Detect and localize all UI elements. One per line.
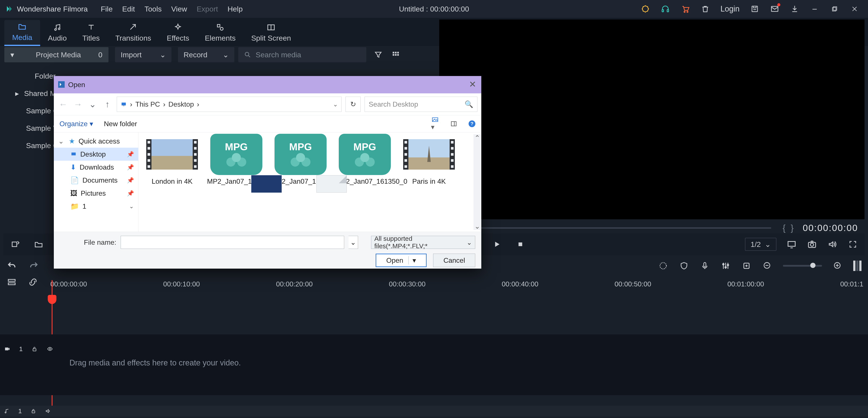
filter-icon[interactable] bbox=[373, 49, 384, 60]
cancel-button[interactable]: Cancel bbox=[433, 253, 475, 267]
mixer-icon[interactable] bbox=[720, 261, 731, 271]
address-bar[interactable]: › This PC › Desktop › ⌄ bbox=[117, 97, 342, 112]
file-item[interactable]: London in 4K bbox=[141, 134, 204, 185]
zoom-slider-knob[interactable] bbox=[810, 263, 815, 268]
zoom-fit-icon[interactable] bbox=[853, 261, 862, 271]
nav-back-icon[interactable]: ← bbox=[58, 99, 69, 109]
headset-icon[interactable] bbox=[660, 4, 670, 14]
tree-pictures[interactable]: 🖼Pictures📌 bbox=[54, 187, 138, 200]
nav-recent-icon[interactable]: ⌄ bbox=[87, 99, 98, 109]
save-icon[interactable] bbox=[750, 4, 760, 14]
file-type-dropdown[interactable]: All supported files(*.MP4;*.FLV;*⌄ bbox=[371, 236, 475, 249]
menu-view[interactable]: View bbox=[171, 5, 187, 13]
project-media-count: 0 bbox=[98, 51, 102, 59]
window-minimize-icon[interactable] bbox=[810, 4, 819, 14]
undo-icon[interactable] bbox=[6, 261, 17, 271]
menu-file[interactable]: File bbox=[101, 5, 113, 13]
menu-edit[interactable]: Edit bbox=[122, 5, 135, 13]
tab-split-screen[interactable]: Split Screen bbox=[244, 20, 299, 46]
tree-quick-access[interactable]: ⌄★Quick access bbox=[54, 135, 138, 148]
preview-scale-dropdown[interactable]: 1/2⌄ bbox=[745, 238, 776, 251]
volume-icon[interactable] bbox=[827, 239, 838, 249]
preview-pane-icon[interactable] bbox=[450, 121, 458, 127]
marker-add-icon[interactable] bbox=[741, 261, 752, 271]
marker-dotted-icon[interactable] bbox=[658, 261, 669, 271]
login-link[interactable]: Login bbox=[720, 4, 740, 13]
import-button[interactable]: Import⌄ bbox=[115, 47, 172, 62]
tips-icon[interactable] bbox=[641, 4, 650, 14]
open-split-icon[interactable]: ▾ bbox=[408, 256, 416, 265]
shield-icon[interactable] bbox=[679, 261, 689, 271]
view-mode-icon[interactable]: ▾ bbox=[431, 116, 439, 131]
timeline-manager-icon[interactable] bbox=[6, 277, 17, 287]
refresh-button[interactable]: ↻ bbox=[345, 97, 361, 112]
lock-icon[interactable] bbox=[31, 346, 37, 352]
search-media-input[interactable]: Search media bbox=[238, 47, 366, 62]
new-folder-button[interactable]: New folder bbox=[104, 120, 137, 128]
file-name-input[interactable] bbox=[121, 236, 344, 249]
play-icon[interactable] bbox=[492, 239, 502, 249]
timeline-ruler[interactable]: 00:00:00:00 00:00:10:00 00:00:20:00 00:0… bbox=[48, 280, 868, 297]
window-restore-icon[interactable] bbox=[830, 4, 839, 14]
fullscreen-icon[interactable] bbox=[847, 239, 858, 249]
mark-out-icon[interactable]: } bbox=[791, 223, 794, 233]
open-button[interactable]: Open▾ bbox=[376, 253, 427, 267]
tab-media[interactable]: Media bbox=[4, 20, 40, 46]
download-icon[interactable] bbox=[790, 4, 799, 14]
trash-icon[interactable] bbox=[701, 4, 710, 14]
project-media-header[interactable]: ▾ Project Media 0 bbox=[4, 47, 108, 62]
menu-help[interactable]: Help bbox=[227, 5, 243, 13]
record-button[interactable]: Record⌄ bbox=[178, 47, 235, 62]
zoom-out-icon[interactable] bbox=[762, 261, 773, 271]
breadcrumb-desktop[interactable]: Desktop bbox=[168, 100, 194, 108]
breadcrumb-this-pc[interactable]: This PC bbox=[135, 100, 160, 108]
scroll-down-icon[interactable]: ⌄ bbox=[473, 222, 481, 230]
tree-folder-1[interactable]: 📁1⌄ bbox=[54, 200, 138, 213]
tree-desktop[interactable]: Desktop📌 bbox=[54, 148, 138, 161]
folder-open-icon[interactable] bbox=[33, 239, 44, 249]
file-name-dropdown[interactable]: ⌄ bbox=[348, 236, 358, 249]
nav-forward-icon[interactable]: → bbox=[72, 99, 83, 109]
chevron-down-icon[interactable]: ⌄ bbox=[129, 203, 134, 210]
scrollbar[interactable]: ⌃⌄ bbox=[473, 134, 481, 230]
tree-downloads[interactable]: ⬇Downloads📌 bbox=[54, 161, 138, 174]
playback-progress[interactable] bbox=[438, 227, 771, 229]
address-dropdown-icon[interactable]: ⌄ bbox=[333, 101, 338, 108]
tree-documents[interactable]: 📄Documents📌 bbox=[54, 174, 138, 187]
tab-transitions[interactable]: Transitions bbox=[107, 20, 159, 46]
redo-icon[interactable] bbox=[29, 261, 39, 271]
dialog-close-button[interactable]: ✕ bbox=[468, 80, 477, 89]
mark-in-icon[interactable]: { bbox=[782, 223, 785, 233]
window-close-icon[interactable] bbox=[850, 4, 859, 14]
dialog-search-input[interactable]: Search Desktop 🔍 bbox=[365, 97, 477, 112]
file-item-partial[interactable] bbox=[316, 175, 347, 192]
eye-icon[interactable] bbox=[46, 346, 54, 352]
organize-button[interactable]: Organize ▾ bbox=[59, 120, 93, 128]
speaker-icon[interactable] bbox=[45, 408, 52, 414]
menu-tools[interactable]: Tools bbox=[145, 5, 162, 13]
nav-up-icon[interactable]: ↑ bbox=[102, 99, 113, 109]
cart-icon[interactable] bbox=[681, 4, 690, 14]
lock-icon[interactable] bbox=[31, 408, 36, 414]
zoom-in-icon[interactable] bbox=[832, 261, 843, 271]
help-icon[interactable]: ? bbox=[468, 120, 476, 127]
link-icon[interactable] bbox=[28, 277, 38, 287]
scroll-up-icon[interactable]: ⌃ bbox=[473, 134, 481, 142]
playhead-handle-icon[interactable] bbox=[48, 295, 56, 304]
message-icon[interactable] bbox=[770, 4, 779, 14]
grid-view-icon[interactable] bbox=[390, 49, 401, 60]
display-icon[interactable] bbox=[786, 239, 797, 249]
tab-titles[interactable]: Titles bbox=[75, 20, 107, 46]
stop-icon[interactable] bbox=[515, 239, 526, 249]
match-frame-icon[interactable] bbox=[10, 239, 21, 249]
file-item[interactable]: Paris in 4K bbox=[398, 134, 461, 185]
audio-track-1[interactable]: 1 bbox=[0, 406, 868, 416]
zoom-slider[interactable] bbox=[783, 265, 822, 267]
tab-effects[interactable]: Effects bbox=[159, 20, 197, 46]
tab-elements[interactable]: Elements bbox=[197, 20, 244, 46]
snapshot-icon[interactable] bbox=[807, 239, 817, 249]
tab-audio[interactable]: Audio bbox=[40, 20, 75, 46]
mic-icon[interactable] bbox=[700, 261, 710, 271]
file-grid[interactable]: London in 4K MPG MP2_Jan07_142151_0 MPG … bbox=[138, 132, 481, 232]
file-item-partial[interactable] bbox=[251, 175, 282, 192]
